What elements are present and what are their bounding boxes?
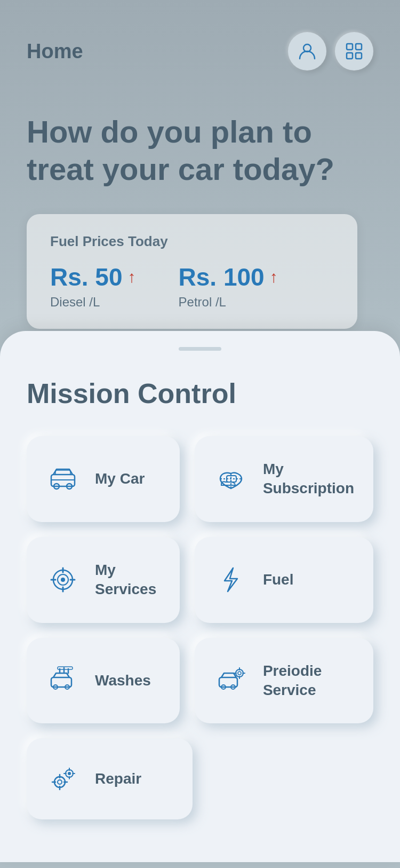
petrol-arrow-icon: ↑ (270, 268, 278, 286)
my-services-card[interactable]: My Services (27, 537, 180, 623)
svg-point-11 (61, 578, 65, 582)
my-car-icon (46, 462, 80, 496)
top-background: Home How do you plan to treat your car t… (0, 0, 400, 352)
svg-rect-4 (356, 53, 362, 59)
fuel-icon (214, 563, 248, 597)
fuel-prices-card: Fuel Prices Today Rs. 50 ↑ Diesel /L Rs.… (27, 214, 357, 329)
svg-point-26 (236, 669, 243, 677)
hero-text: How do you plan to treat your car today? (27, 113, 373, 187)
diesel-label: Diesel /L (50, 295, 136, 310)
fuel-prices-container: Rs. 50 ↑ Diesel /L Rs. 100 ↑ Petrol /L (50, 263, 334, 310)
washes-label: Washes (95, 671, 151, 690)
mission-grid: My Car My Subscription (27, 436, 373, 723)
fuel-label-card: Fuel (263, 570, 294, 589)
bottom-sheet: Mission Control My Car (0, 331, 400, 862)
repair-card[interactable]: Repair (27, 738, 193, 819)
mission-control-title: Mission Control (27, 377, 373, 409)
periodic-service-label: Preiodie Service (263, 661, 354, 700)
petrol-amount: Rs. 100 (179, 263, 265, 291)
header-icons (288, 32, 373, 70)
svg-point-39 (68, 772, 71, 775)
diesel-amount: Rs. 50 (50, 263, 123, 291)
my-subscription-icon (214, 462, 248, 496)
page-title: Home (27, 40, 83, 63)
my-services-icon (46, 563, 80, 597)
petrol-price-item: Rs. 100 ↑ Petrol /L (179, 263, 278, 310)
diesel-arrow-icon: ↑ (128, 268, 136, 286)
header: Home (27, 32, 373, 70)
diesel-price-item: Rs. 50 ↑ Diesel /L (50, 263, 136, 310)
grid-button[interactable] (335, 32, 373, 70)
petrol-label: Petrol /L (179, 295, 278, 310)
drag-handle (179, 347, 221, 351)
my-subscription-card[interactable]: My Subscription (195, 436, 373, 522)
fuel-card-title: Fuel Prices Today (50, 233, 334, 250)
fuel-card-item[interactable]: Fuel (195, 537, 373, 623)
repair-icon (46, 762, 80, 796)
periodic-service-icon (214, 664, 248, 698)
svg-point-27 (238, 672, 241, 675)
washes-icon (46, 664, 80, 698)
my-car-card[interactable]: My Car (27, 436, 180, 522)
svg-rect-1 (347, 44, 353, 50)
diesel-price-row: Rs. 50 ↑ (50, 263, 136, 291)
svg-rect-3 (347, 53, 353, 59)
svg-rect-22 (58, 667, 73, 669)
my-car-label: My Car (95, 469, 145, 488)
petrol-price-row: Rs. 100 ↑ (179, 263, 278, 291)
my-subscription-label: My Subscription (263, 460, 354, 499)
repair-row: Repair (27, 738, 373, 819)
profile-button[interactable] (288, 32, 326, 70)
svg-point-33 (58, 780, 62, 784)
my-services-label: My Services (95, 561, 161, 599)
svg-rect-2 (356, 44, 362, 50)
washes-card[interactable]: Washes (27, 638, 180, 724)
repair-label: Repair (95, 769, 141, 788)
periodic-service-card[interactable]: Preiodie Service (195, 638, 373, 724)
